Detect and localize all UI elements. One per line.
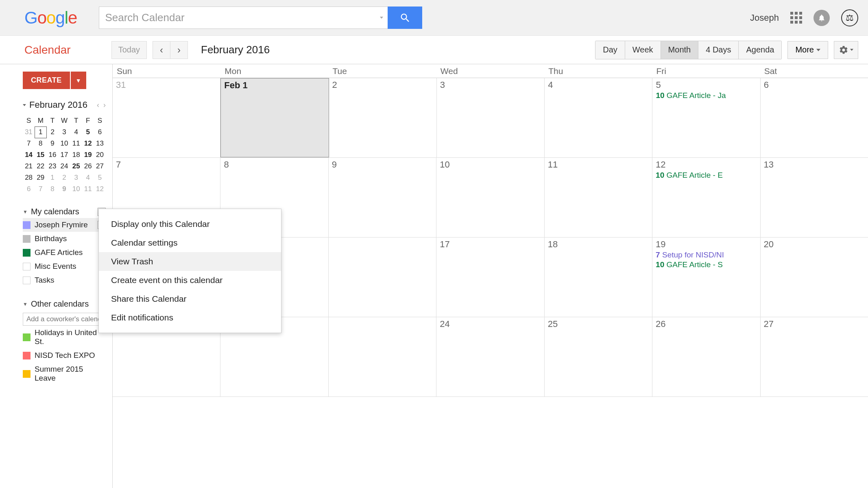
day-cell[interactable]: Feb 1 [220,78,329,157]
calendar-event[interactable]: 10 GAFE Article - Ja [656,91,757,100]
calendar-item[interactable]: Joseph Frymire▼ [23,218,106,232]
create-dropdown[interactable]: ▼ [71,72,86,89]
mini-day[interactable]: 19 [82,149,94,161]
day-cell[interactable]: 26 [652,317,760,396]
mini-day[interactable]: 9 [46,138,58,149]
mini-day[interactable]: 29 [35,172,46,183]
calendar-item[interactable]: Birthdays [23,232,106,246]
mini-day[interactable]: 23 [46,161,58,172]
day-cell[interactable]: 11 [545,158,652,237]
apps-launcher-icon[interactable] [790,12,802,24]
mini-day[interactable]: 4 [70,126,82,138]
mini-day[interactable]: 8 [46,183,58,195]
mini-day[interactable]: 8 [35,138,46,149]
mini-day[interactable]: 28 [23,172,35,183]
create-button[interactable]: CREATE [23,72,70,89]
day-cell[interactable]: 2 [329,78,437,157]
day-cell[interactable]: 18 [545,237,652,317]
mini-day[interactable]: 31 [23,126,35,138]
day-cell[interactable] [329,237,436,317]
context-menu-item[interactable]: Calendar settings [99,233,281,252]
day-cell[interactable]: 6 [761,78,868,157]
settings-button[interactable] [834,41,858,59]
mini-day[interactable]: 6 [23,183,35,195]
day-cell[interactable]: 510 GAFE Article - Ja [652,78,760,157]
my-calendars-header[interactable]: ▼ My calendars ▼ [23,205,106,218]
mini-day[interactable]: 15 [35,149,46,161]
mini-day[interactable]: 1 [46,172,58,183]
mini-day[interactable]: 9 [58,183,70,195]
mini-day[interactable]: 14 [23,149,35,161]
context-menu-item[interactable]: Create event on this calendar [99,271,281,290]
day-cell[interactable]: 3 [437,78,545,157]
mini-day[interactable]: 20 [94,149,106,161]
mini-day[interactable]: 12 [82,138,94,149]
day-cell[interactable]: 27 [761,317,868,396]
mini-day[interactable]: 3 [70,172,82,183]
mini-day[interactable]: 6 [94,126,106,138]
view-week[interactable]: Week [625,41,661,59]
mini-day[interactable]: 3 [58,126,70,138]
mini-day[interactable]: 11 [70,138,82,149]
context-menu-item[interactable]: Display only this Calendar [99,215,281,233]
view-agenda[interactable]: Agenda [739,41,781,59]
mini-calendar[interactable]: SMTWTFS311234567891011121314151617181920… [23,115,106,195]
day-cell[interactable]: 1210 GAFE Article - E [652,158,760,237]
calendar-item[interactable]: Summer 2015 Leave [23,362,106,385]
mini-prev-button[interactable]: ‹ [97,101,99,109]
search-button[interactable] [388,7,422,29]
mini-day[interactable]: 7 [23,138,35,149]
mini-day[interactable]: 27 [94,161,106,172]
mini-day[interactable]: 7 [35,183,46,195]
view-day[interactable]: Day [595,41,625,59]
mini-day[interactable]: 24 [58,161,70,172]
mini-day[interactable]: 2 [46,126,58,138]
view-4days[interactable]: 4 Days [698,41,739,59]
mini-next-button[interactable]: › [103,101,106,109]
search-options-dropdown[interactable] [375,7,388,29]
day-cell[interactable]: 4 [545,78,652,157]
day-cell[interactable]: 24 [436,317,544,396]
view-month[interactable]: Month [661,41,699,59]
calendar-event[interactable]: 10 GAFE Article - S [656,260,757,269]
mini-day[interactable]: 12 [94,183,106,195]
context-menu-item[interactable]: Share this Calendar [99,290,281,308]
day-cell[interactable]: 10 [436,158,544,237]
mini-day[interactable]: 10 [70,183,82,195]
mini-day[interactable]: 2 [58,172,70,183]
other-calendars-header[interactable]: ▼ Other calendars [23,298,106,310]
add-coworker-input[interactable] [23,313,106,326]
mini-day[interactable]: 22 [35,161,46,172]
context-menu-item[interactable]: View Trash [99,252,281,271]
calendar-item[interactable]: Misc Events [23,259,106,273]
mini-day[interactable]: 11 [82,183,94,195]
calendar-event[interactable]: 7 Setup for NISD/NI [656,251,757,259]
today-button[interactable]: Today [111,41,147,59]
mini-day[interactable]: 13 [94,138,106,149]
mini-day[interactable]: 26 [82,161,94,172]
calendar-item[interactable]: NISD Tech EXPO [23,349,106,362]
mini-day[interactable]: 16 [46,149,58,161]
day-cell[interactable] [329,317,436,396]
more-button[interactable]: More [787,41,828,59]
mini-day[interactable]: 5 [94,172,106,183]
day-cell[interactable]: 13 [761,158,868,237]
day-cell[interactable]: 20 [761,237,868,317]
day-cell[interactable]: 31 [113,78,220,157]
mini-day[interactable]: 17 [58,149,70,161]
mini-day[interactable]: 5 [82,126,94,138]
user-name[interactable]: Joseph [750,13,779,23]
mini-day[interactable]: 1 [35,126,46,138]
calendar-event[interactable]: 10 GAFE Article - E [656,171,757,180]
mini-day[interactable]: 10 [58,138,70,149]
calendar-item[interactable]: GAFE Articles [23,246,106,259]
mini-day[interactable]: 18 [70,149,82,161]
calendar-item[interactable]: Holidays in United St. [23,326,106,349]
day-cell[interactable]: 25 [545,317,652,396]
day-cell[interactable]: 9 [329,158,436,237]
day-cell[interactable]: 17 [436,237,544,317]
mini-day[interactable]: 25 [70,161,82,172]
search-input[interactable] [99,7,375,29]
next-button[interactable]: › [170,41,188,59]
notifications-button[interactable] [813,10,830,26]
